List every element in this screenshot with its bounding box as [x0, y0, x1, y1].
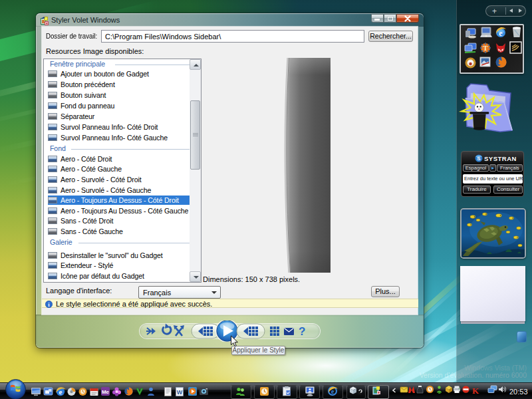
svg-text:T: T — [483, 44, 488, 52]
svg-text:S: S — [477, 156, 481, 162]
svg-text:e: e — [331, 388, 334, 395]
svg-text:K: K — [472, 386, 479, 396]
svg-text:20:53: 20:53 — [509, 388, 528, 396]
svg-text:Me: Me — [102, 389, 110, 395]
svg-text:?: ? — [299, 325, 305, 338]
svg-text:W: W — [177, 389, 183, 396]
